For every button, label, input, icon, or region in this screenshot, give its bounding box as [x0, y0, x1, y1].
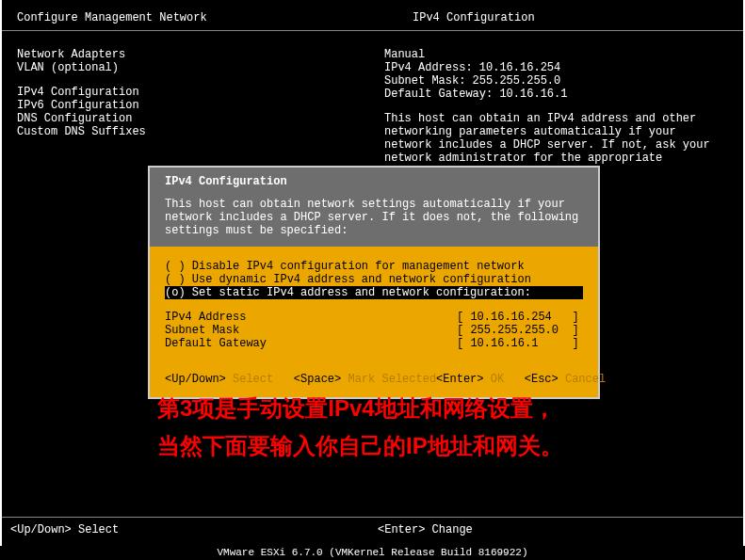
option-label: Disable IPv4 configuration for managemen…: [192, 260, 525, 273]
hint-key: <Esc>: [525, 373, 559, 386]
radio-mark: (o): [165, 286, 186, 299]
annotation-line-1: 第3项是手动设置IPv4地址和网络设置，: [157, 390, 563, 427]
subnet-mask-input[interactable]: [ 255.255.255.0 ]: [457, 324, 579, 337]
radio-mark: ( ): [165, 273, 186, 286]
default-gateway-input[interactable]: [ 10.16.16.1 ]: [457, 337, 579, 350]
header-bar: Configure Management Network IPv4 Config…: [2, 0, 743, 31]
menu-column: Network Adapters VLAN (optional) IPv4 Co…: [17, 48, 384, 178]
page-title-left: Configure Management Network: [17, 11, 413, 24]
hint-right: <Enter> OK <Esc> Cancel: [436, 373, 606, 386]
page-title-right: IPv4 Configuration: [413, 11, 728, 24]
dialog-title: IPv4 Configuration: [165, 175, 583, 188]
info-subnet-mask: Subnet Mask: 255.255.255.0: [384, 74, 728, 88]
dialog-hints: <Up/Down> Select <Space> Mark Selected <…: [165, 373, 583, 386]
annotation-overlay: 第3项是手动设置IPv4地址和网络设置， 当然下面要输入你自己的IP地址和网关。: [157, 390, 563, 465]
radio-mark: ( ): [165, 260, 186, 273]
field-subnet-mask: Subnet Mask [ 255.255.255.0 ]: [165, 324, 583, 337]
hint-action: Mark Selected: [348, 373, 436, 386]
footer-hint-change: <Enter> Change: [378, 523, 735, 536]
hint-key: <Up/Down>: [165, 373, 226, 386]
menu-item-ipv4[interactable]: IPv4 Configuration: [17, 86, 384, 99]
field-default-gateway: Default Gateway [ 10.16.16.1 ]: [165, 337, 583, 350]
menu-item-vlan[interactable]: VLAN (optional): [17, 61, 384, 74]
hint-left: <Up/Down> Select <Space> Mark Selected: [165, 373, 436, 386]
hint-action: Select: [233, 373, 273, 386]
info-column: Manual IPv4 Address: 10.16.16.254 Subnet…: [384, 48, 728, 178]
field-label: Subnet Mask: [165, 324, 457, 337]
dialog-header: IPv4 Configuration This host can obtain …: [150, 168, 598, 247]
content-area: Network Adapters VLAN (optional) IPv4 Co…: [2, 31, 743, 178]
option-label: Use dynamic IPv4 address and network con…: [192, 273, 531, 286]
annotation-line-2: 当然下面要输入你自己的IP地址和网关。: [157, 427, 563, 465]
menu-item-dns-suffixes[interactable]: Custom DNS Suffixes: [17, 125, 384, 138]
option-disable-ipv4[interactable]: ( ) Disable IPv4 configuration for manag…: [165, 260, 583, 273]
hint-key: <Enter>: [436, 373, 483, 386]
field-label: IPv4 Address: [165, 311, 457, 324]
footer-hints: <Up/Down> Select <Enter> Change: [2, 517, 743, 546]
hint-key: <Space>: [294, 373, 341, 386]
option-static-ipv4[interactable]: (o) Set static IPv4 address and network …: [165, 286, 583, 299]
dialog-description: This host can obtain network settings au…: [165, 198, 583, 237]
info-ipv4-address: IPv4 Address: 10.16.16.254: [384, 61, 728, 74]
menu-item-network-adapters[interactable]: Network Adapters: [17, 48, 384, 61]
hint-action: Cancel: [565, 373, 606, 386]
menu-item-dns[interactable]: DNS Configuration: [17, 112, 384, 125]
field-label: Default Gateway: [165, 337, 457, 350]
ipv4-config-dialog: IPv4 Configuration This host can obtain …: [148, 166, 600, 399]
static-fields: IPv4 Address [ 10.16.16.254 ] Subnet Mas…: [165, 311, 583, 350]
dialog-body: ( ) Disable IPv4 configuration for manag…: [150, 247, 598, 397]
hint-action: OK: [491, 373, 504, 386]
info-mode: Manual: [384, 48, 728, 61]
footer-hint-select: <Up/Down> Select: [10, 523, 378, 536]
option-label: Set static IPv4 address and network conf…: [192, 286, 531, 299]
menu-spacer: [17, 74, 384, 86]
info-default-gateway: Default Gateway: 10.16.16.1: [384, 88, 728, 101]
status-bar: VMware ESXi 6.7.0 (VMKernel Release Buil…: [0, 546, 745, 560]
ipv4-address-input[interactable]: [ 10.16.16.254 ]: [457, 311, 579, 324]
esxi-console: Configure Management Network IPv4 Config…: [0, 0, 745, 546]
menu-item-ipv6[interactable]: IPv6 Configuration: [17, 99, 384, 112]
field-ipv4-address: IPv4 Address [ 10.16.16.254 ]: [165, 311, 583, 324]
option-dynamic-ipv4[interactable]: ( ) Use dynamic IPv4 address and network…: [165, 273, 583, 286]
